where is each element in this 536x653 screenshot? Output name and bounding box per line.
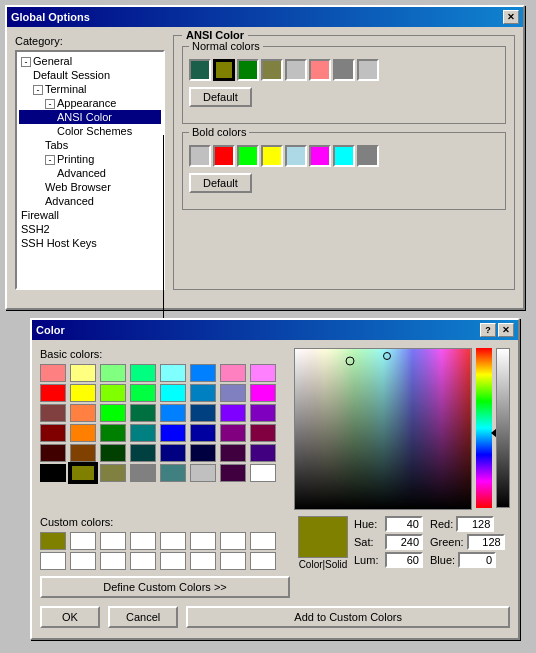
bold-swatch-3[interactable] xyxy=(261,145,283,167)
basic-swatch-11[interactable] xyxy=(130,384,156,402)
basic-swatch-24[interactable] xyxy=(40,424,66,442)
tree-firewall[interactable]: Firewall xyxy=(19,208,161,222)
help-button[interactable]: ? xyxy=(480,323,496,337)
basic-swatch-31[interactable] xyxy=(250,424,276,442)
basic-swatch-36[interactable] xyxy=(160,444,186,462)
basic-swatch-7[interactable] xyxy=(250,364,276,382)
custom-swatch-15[interactable] xyxy=(250,552,276,570)
custom-swatch-14[interactable] xyxy=(220,552,246,570)
tree-ssh-host-keys[interactable]: SSH Host Keys xyxy=(19,236,161,250)
basic-swatch-47[interactable] xyxy=(250,464,276,482)
tree-ansi-color[interactable]: ANSI Color xyxy=(19,110,161,124)
basic-swatch-14[interactable] xyxy=(220,384,246,402)
bold-swatch-4[interactable] xyxy=(285,145,307,167)
custom-swatch-12[interactable] xyxy=(160,552,186,570)
basic-swatch-34[interactable] xyxy=(100,444,126,462)
expand-general[interactable]: - xyxy=(21,57,31,67)
bold-swatch-7[interactable] xyxy=(357,145,379,167)
tree-web-browser[interactable]: Web Browser xyxy=(19,180,161,194)
basic-swatch-46[interactable] xyxy=(220,464,246,482)
basic-swatch-28[interactable] xyxy=(160,424,186,442)
tree-appearance[interactable]: -Appearance xyxy=(19,96,161,110)
basic-swatch-44[interactable] xyxy=(160,464,186,482)
tree-advanced[interactable]: Advanced xyxy=(19,194,161,208)
tree-ssh2[interactable]: SSH2 xyxy=(19,222,161,236)
custom-swatch-7[interactable] xyxy=(250,532,276,550)
custom-swatch-5[interactable] xyxy=(190,532,216,550)
basic-swatch-3[interactable] xyxy=(130,364,156,382)
tree-terminal[interactable]: -Terminal xyxy=(19,82,161,96)
basic-swatch-16[interactable] xyxy=(40,404,66,422)
cancel-button[interactable]: Cancel xyxy=(108,606,178,628)
custom-swatch-8[interactable] xyxy=(40,552,66,570)
basic-swatch-2[interactable] xyxy=(100,364,126,382)
basic-swatch-0[interactable] xyxy=(40,364,66,382)
basic-swatch-40[interactable] xyxy=(40,464,66,482)
basic-swatch-37[interactable] xyxy=(190,444,216,462)
basic-swatch-23[interactable] xyxy=(250,404,276,422)
global-options-titlebar[interactable]: Global Options ✕ xyxy=(7,7,523,27)
sat-input[interactable] xyxy=(385,534,423,550)
normal-swatch-2[interactable] xyxy=(237,59,259,81)
basic-swatch-8[interactable] xyxy=(40,384,66,402)
tree-printing-advanced[interactable]: Advanced xyxy=(19,166,161,180)
custom-swatch-0[interactable] xyxy=(40,532,66,550)
basic-swatch-22[interactable] xyxy=(220,404,246,422)
basic-swatch-9[interactable] xyxy=(70,384,96,402)
normal-swatch-6[interactable] xyxy=(333,59,355,81)
custom-swatch-13[interactable] xyxy=(190,552,216,570)
bold-swatch-0[interactable] xyxy=(189,145,211,167)
hue-bar[interactable] xyxy=(476,348,492,508)
normal-swatch-3[interactable] xyxy=(261,59,283,81)
basic-swatch-13[interactable] xyxy=(190,384,216,402)
normal-swatch-0[interactable] xyxy=(189,59,211,81)
color-dialog-titlebar[interactable]: Color ? ✕ xyxy=(32,320,518,340)
category-tree[interactable]: -General Default Session -Terminal -Appe… xyxy=(15,50,165,290)
custom-swatch-11[interactable] xyxy=(130,552,156,570)
basic-swatch-38[interactable] xyxy=(220,444,246,462)
custom-swatch-6[interactable] xyxy=(220,532,246,550)
basic-swatch-20[interactable] xyxy=(160,404,186,422)
custom-swatch-10[interactable] xyxy=(100,552,126,570)
red-input[interactable] xyxy=(456,516,494,532)
basic-swatch-33[interactable] xyxy=(70,444,96,462)
basic-swatch-6[interactable] xyxy=(220,364,246,382)
close-button[interactable]: ✕ xyxy=(503,10,519,24)
tree-color-schemes[interactable]: Color Schemes xyxy=(19,124,161,138)
custom-swatch-1[interactable] xyxy=(70,532,96,550)
custom-swatch-2[interactable] xyxy=(100,532,126,550)
basic-swatch-26[interactable] xyxy=(100,424,126,442)
brightness-bar[interactable] xyxy=(496,348,510,508)
basic-swatch-41[interactable] xyxy=(70,464,96,482)
basic-swatch-15[interactable] xyxy=(250,384,276,402)
normal-swatch-5[interactable] xyxy=(309,59,331,81)
bold-default-button[interactable]: Default xyxy=(189,173,252,193)
color-spectrum[interactable] xyxy=(294,348,472,510)
expand-printing[interactable]: - xyxy=(45,155,55,165)
bold-swatch-2[interactable] xyxy=(237,145,259,167)
basic-swatch-29[interactable] xyxy=(190,424,216,442)
expand-appearance[interactable]: - xyxy=(45,99,55,109)
bold-swatch-1[interactable] xyxy=(213,145,235,167)
custom-swatch-9[interactable] xyxy=(70,552,96,570)
ok-button[interactable]: OK xyxy=(40,606,100,628)
basic-swatch-18[interactable] xyxy=(100,404,126,422)
basic-swatch-25[interactable] xyxy=(70,424,96,442)
define-custom-button[interactable]: Define Custom Colors >> xyxy=(40,576,290,598)
custom-swatch-3[interactable] xyxy=(130,532,156,550)
basic-swatch-17[interactable] xyxy=(70,404,96,422)
basic-swatch-39[interactable] xyxy=(250,444,276,462)
green-input[interactable] xyxy=(467,534,505,550)
custom-swatch-4[interactable] xyxy=(160,532,186,550)
basic-swatch-27[interactable] xyxy=(130,424,156,442)
basic-swatch-4[interactable] xyxy=(160,364,186,382)
normal-swatch-7[interactable] xyxy=(357,59,379,81)
tree-default-session[interactable]: Default Session xyxy=(19,68,161,82)
basic-swatch-10[interactable] xyxy=(100,384,126,402)
basic-swatch-30[interactable] xyxy=(220,424,246,442)
basic-swatch-1[interactable] xyxy=(70,364,96,382)
bold-swatch-5[interactable] xyxy=(309,145,331,167)
bold-swatch-6[interactable] xyxy=(333,145,355,167)
basic-swatch-35[interactable] xyxy=(130,444,156,462)
basic-swatch-43[interactable] xyxy=(130,464,156,482)
